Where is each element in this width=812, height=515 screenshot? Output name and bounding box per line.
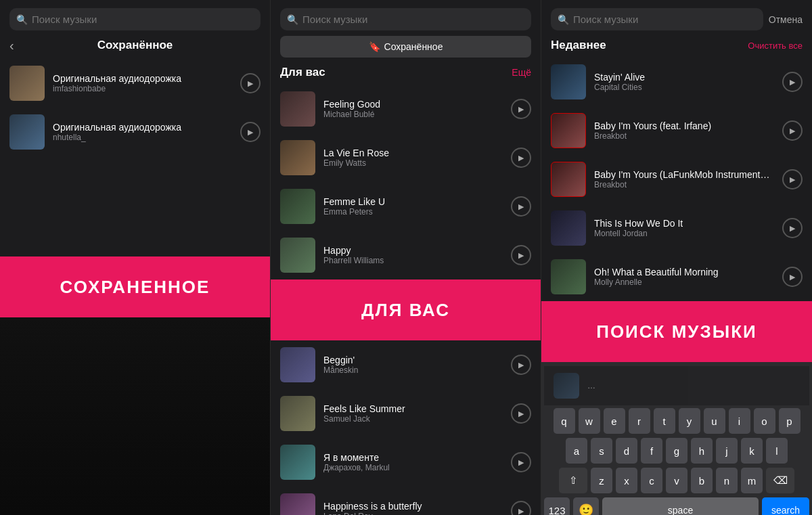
search-input-2[interactable]	[302, 14, 524, 25]
key-j[interactable]: j	[716, 438, 738, 464]
foryou-item-3[interactable]: Femme Like U Emma Peters ▶	[271, 182, 541, 231]
recent-item-1[interactable]: Stayin' Alive Capital Cities ▶	[541, 58, 812, 106]
key-i[interactable]: i	[729, 408, 750, 434]
foryou-play-6[interactable]: ▶	[511, 403, 531, 424]
foryou-item-8[interactable]: Happiness is a butterfly Lana Del Rey ▶	[271, 487, 541, 515]
key-b[interactable]: b	[691, 468, 713, 493]
key-c[interactable]: c	[641, 468, 662, 493]
play-button-1[interactable]: ▶	[240, 73, 261, 93]
foryou-play-5[interactable]: ▶	[511, 355, 531, 375]
search-button[interactable]: search	[762, 497, 809, 515]
key-w[interactable]: w	[579, 408, 600, 434]
foryou-title-1: Feeling Good	[323, 99, 503, 110]
key-f[interactable]: f	[641, 438, 662, 464]
key-x[interactable]: x	[616, 468, 637, 493]
foryou-thumb-4	[280, 238, 315, 273]
foryou-title-5: Beggin'	[323, 355, 503, 365]
search-input-1[interactable]	[32, 14, 254, 25]
key-k[interactable]: k	[741, 438, 763, 464]
foryou-banner: ДЛЯ ВАС	[271, 279, 541, 340]
foryou-title-4: Happy	[323, 245, 503, 256]
saved-item-2[interactable]: Оригинальная аудиодорожка nhutella_ ▶	[0, 108, 270, 156]
key-e[interactable]: e	[604, 408, 625, 434]
foryou-play-4[interactable]: ▶	[511, 245, 531, 265]
foryou-thumb-2	[280, 140, 315, 175]
recent-sub-1: Capital Cities	[594, 83, 774, 92]
more-link[interactable]: Ещё	[512, 67, 531, 78]
key-t[interactable]: t	[654, 408, 675, 434]
key-space[interactable]: space	[602, 497, 759, 515]
key-h[interactable]: h	[691, 438, 713, 464]
bookmark-label: Сохранённое	[384, 41, 443, 52]
recent-play-5[interactable]: ▶	[782, 267, 803, 287]
foryou-item-2[interactable]: La Vie En Rose Emily Watts ▶	[271, 133, 541, 182]
recent-thumb-3	[551, 162, 586, 197]
foryou-thumb-7	[280, 445, 315, 480]
recent-item-5[interactable]: Oh! What a Beautiful Morning Molly Annel…	[541, 252, 812, 301]
clear-button[interactable]: Очистить все	[748, 41, 803, 51]
foryou-item-4[interactable]: Happy Pharrell Williams ▶	[271, 231, 541, 279]
key-g[interactable]: g	[666, 438, 687, 464]
key-a[interactable]: a	[566, 438, 587, 464]
foryou-title-6: Feels Like Summer	[323, 403, 503, 414]
foryou-play-3[interactable]: ▶	[511, 196, 531, 217]
key-num[interactable]: 123	[544, 497, 570, 515]
foryou-play-7[interactable]: ▶	[511, 452, 531, 472]
key-n[interactable]: n	[716, 468, 738, 493]
recent-play-3[interactable]: ▶	[782, 169, 803, 189]
key-u[interactable]: u	[704, 408, 725, 434]
back-button[interactable]: ‹	[9, 38, 14, 53]
key-emoji[interactable]: 🙂	[573, 497, 599, 515]
key-q[interactable]: q	[554, 408, 575, 434]
key-o[interactable]: o	[754, 408, 775, 434]
foryou-thumb-6	[280, 396, 315, 431]
partial-info: …	[587, 381, 800, 390]
key-d[interactable]: d	[616, 438, 637, 464]
recent-play-1[interactable]: ▶	[782, 72, 803, 92]
foryou-label: Для вас	[280, 66, 325, 79]
recent-item-3[interactable]: Baby I'm Yours (LaFunkMob Instrumenta… B…	[541, 155, 812, 204]
search-bar-2[interactable]: 🔍	[280, 8, 531, 30]
search-bar-3[interactable]: 🔍	[551, 8, 763, 30]
panel-foryou: 🔍 🔖 Сохранённое Для вас Ещё Feeling Good…	[271, 0, 541, 515]
foryou-title-7: Я в моменте	[323, 452, 503, 463]
cancel-button[interactable]: Отмена	[769, 14, 803, 25]
bookmark-tab[interactable]: 🔖 Сохранённое	[280, 36, 531, 58]
saved-item-1[interactable]: Оригинальная аудиодорожка imfashionbabe …	[0, 59, 270, 108]
key-y[interactable]: y	[679, 408, 700, 434]
keyboard-row-1: q w e r t y u i o p	[544, 408, 809, 434]
key-p[interactable]: p	[779, 408, 800, 434]
recent-play-4[interactable]: ▶	[782, 218, 803, 238]
search-input-3[interactable]	[573, 14, 757, 25]
foryou-item-1[interactable]: Feeling Good Michael Bublé ▶	[271, 85, 541, 133]
search-banner-text: ПОИСК МУЗЫКИ	[596, 321, 757, 342]
recent-play-2[interactable]: ▶	[782, 120, 803, 141]
thumb-1	[9, 66, 45, 101]
key-v[interactable]: v	[666, 468, 687, 493]
recent-item-4[interactable]: This Is How We Do It Montell Jordan ▶	[541, 204, 812, 252]
recent-info-4: This Is How We Do It Montell Jordan	[594, 218, 774, 238]
saved-banner: СОХРАНЕННОЕ	[0, 256, 270, 317]
key-delete[interactable]: ⌫	[766, 468, 794, 493]
foryou-play-1[interactable]: ▶	[511, 99, 531, 119]
recent-item-2[interactable]: Baby I'm Yours (feat. Irfane) Breakbot ▶	[541, 106, 812, 155]
foryou-item-5[interactable]: Beggin' Måneskin ▶	[271, 340, 541, 389]
foryou-sub-2: Emily Watts	[323, 158, 503, 168]
foryou-item-7[interactable]: Я в моменте Джарахов, Markul ▶	[271, 438, 541, 487]
foryou-play-8[interactable]: ▶	[511, 501, 531, 515]
search-bar-1[interactable]: 🔍	[9, 8, 261, 30]
foryou-play-2[interactable]: ▶	[511, 148, 531, 168]
partial-item[interactable]: …	[544, 366, 809, 405]
foryou-sub-5: Måneskin	[323, 365, 503, 375]
key-z[interactable]: z	[591, 468, 612, 493]
key-shift[interactable]: ⇧	[559, 468, 587, 493]
recent-info-3: Baby I'm Yours (LaFunkMob Instrumenta… B…	[594, 169, 774, 189]
foryou-item-6[interactable]: Feels Like Summer Samuel Jack ▶	[271, 389, 541, 438]
key-r[interactable]: r	[629, 408, 650, 434]
recent-title-1: Stayin' Alive	[594, 72, 774, 83]
play-button-2[interactable]: ▶	[240, 122, 261, 142]
key-l[interactable]: l	[766, 438, 788, 464]
key-s[interactable]: s	[591, 438, 612, 464]
panel1-lower	[0, 317, 270, 515]
key-m[interactable]: m	[741, 468, 763, 493]
